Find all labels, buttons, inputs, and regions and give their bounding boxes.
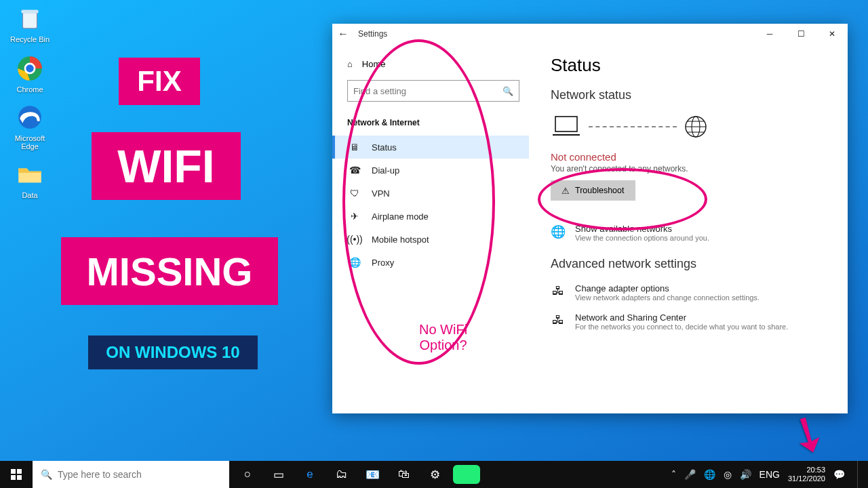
edge-icon xyxy=(16,103,44,131)
subheading-advanced: Advanced network settings xyxy=(551,257,829,271)
promo-fix: FIX xyxy=(119,58,200,105)
settings-window: ← Settings ─ ☐ ✕ ⌂ Home 🔍 Network & Inte… xyxy=(332,24,848,413)
desktop-icon-label: Recycle Bin xyxy=(5,35,54,43)
sidebar-item-status[interactable]: 🖥 Status xyxy=(332,136,529,159)
search-setting-input[interactable] xyxy=(353,86,502,96)
desktop-icon-label: Chrome xyxy=(5,85,54,94)
close-button[interactable]: ✕ xyxy=(816,24,848,44)
not-connected-text: Not connected xyxy=(551,151,829,163)
tray-location-icon[interactable]: ◎ xyxy=(724,469,732,480)
titlebar[interactable]: ← Settings ─ ☐ ✕ xyxy=(332,24,848,44)
show-networks-title: Show available networks xyxy=(575,224,709,234)
svg-rect-1 xyxy=(21,9,38,13)
sharing-center[interactable]: 🖧 Network and Sharing Center For the net… xyxy=(551,312,829,331)
svg-point-4 xyxy=(26,64,34,73)
sharing-desc: For the networks you connect to, decide … xyxy=(575,323,788,331)
tray-language[interactable]: ENG xyxy=(760,469,780,480)
tray-network-icon[interactable]: 🌐 xyxy=(704,469,715,480)
maximize-button[interactable]: ☐ xyxy=(785,24,816,44)
settings-main: Status Network status Not connected You … xyxy=(529,44,848,413)
chrome-icon xyxy=(16,54,44,83)
taskbar: 🔍 ○ ▭ e 🗂 📧 🛍 ⚙ ˄ 🎤 🌐 ◎ 🔊 ENG 20:53 31/1… xyxy=(0,461,868,488)
network-diagram xyxy=(551,115,829,139)
hotspot-icon: ((•)) xyxy=(349,234,361,245)
desktop-icon-recycle-bin[interactable]: Recycle Bin xyxy=(5,4,54,43)
desktop-icon-label: Data xyxy=(5,191,54,199)
taskbar-app-mail[interactable]: 📧 xyxy=(357,461,388,488)
tray-volume-icon[interactable]: 🔊 xyxy=(740,469,751,480)
globe-icon: 🌐 xyxy=(349,257,361,268)
svg-rect-6 xyxy=(555,117,577,131)
sidebar-item-hotspot[interactable]: ((•)) Mobile hotspot xyxy=(347,228,529,251)
adapter-options[interactable]: 🖧 Change adapter options View network ad… xyxy=(551,283,829,302)
dialup-icon: ☎ xyxy=(349,165,361,176)
sidebar-item-label: VPN xyxy=(372,188,390,199)
cortana-button[interactable]: ○ xyxy=(232,461,263,488)
vpn-icon: 🛡 xyxy=(349,188,361,199)
tray-notifications-icon[interactable]: 💬 xyxy=(833,469,845,480)
search-icon: 🔍 xyxy=(502,86,513,96)
tray-time: 20:53 xyxy=(788,466,825,474)
sidebar-item-vpn[interactable]: 🛡 VPN xyxy=(347,182,529,205)
show-networks[interactable]: 🌐 Show available networks View the conne… xyxy=(551,224,829,242)
svg-rect-0 xyxy=(23,13,37,28)
search-setting[interactable]: 🔍 xyxy=(347,80,519,102)
globe-icon xyxy=(684,115,708,139)
show-desktop-button[interactable] xyxy=(857,461,861,488)
taskview-button[interactable]: ▭ xyxy=(263,461,294,488)
sidebar-section-title: Network & Internet xyxy=(347,118,529,127)
tray-date: 31/12/2020 xyxy=(788,474,825,483)
page-title: Status xyxy=(551,55,829,76)
adapter-desc: View network adapters and change connect… xyxy=(575,293,760,302)
tray-clock[interactable]: 20:53 31/12/2020 xyxy=(788,466,825,483)
windows-icon xyxy=(11,469,22,480)
sidebar-item-label: Dial-up xyxy=(372,165,399,176)
sidebar-item-label: Airplane mode xyxy=(372,211,429,222)
home-icon: ⌂ xyxy=(347,59,353,69)
taskbar-app-store[interactable]: 🛍 xyxy=(388,461,419,488)
adapter-icon: 🖧 xyxy=(551,284,566,302)
minimize-button[interactable]: ─ xyxy=(754,24,785,44)
desktop-icon-edge[interactable]: Microsoft Edge xyxy=(5,103,54,150)
desktop-icon-data[interactable]: Data xyxy=(5,160,54,199)
desktop-icon-chrome[interactable]: Chrome xyxy=(5,54,54,94)
laptop-icon xyxy=(551,115,582,139)
sidebar-item-proxy[interactable]: 🌐 Proxy xyxy=(347,251,529,274)
taskbar-app-camtasia[interactable] xyxy=(453,465,480,484)
sharing-icon: 🖧 xyxy=(551,313,566,331)
back-button[interactable]: ← xyxy=(338,28,349,40)
promo-missing: MISSING xyxy=(61,237,278,305)
sidebar-item-dialup[interactable]: ☎ Dial-up xyxy=(347,159,529,182)
taskbar-app-explorer[interactable]: 🗂 xyxy=(326,461,357,488)
sharing-title: Network and Sharing Center xyxy=(575,312,788,323)
sidebar-item-label: Mobile hotspot xyxy=(372,235,429,245)
desktop-icon-label: Microsoft Edge xyxy=(5,134,54,150)
tray-chevron-up-icon[interactable]: ˄ xyxy=(671,469,676,480)
sidebar: ⌂ Home 🔍 Network & Internet 🖥 Status ☎ D… xyxy=(332,44,529,413)
tray-mic-icon[interactable]: 🎤 xyxy=(684,469,696,480)
not-connected-desc: You aren't connected to any networks. xyxy=(551,164,829,174)
taskbar-app-edge[interactable]: e xyxy=(294,461,326,488)
promo-wifi: WIFI xyxy=(92,132,241,200)
taskbar-search-input[interactable] xyxy=(58,469,221,480)
taskbar-app-settings[interactable]: ⚙ xyxy=(419,461,450,488)
recycle-bin-icon xyxy=(16,4,44,33)
adapter-title: Change adapter options xyxy=(575,283,760,293)
troubleshoot-button[interactable]: ⚠ Troubleshoot xyxy=(551,180,635,201)
taskbar-search[interactable]: 🔍 xyxy=(33,461,229,488)
globe-icon: 🌐 xyxy=(551,224,566,242)
status-icon: 🖥 xyxy=(349,142,361,152)
start-button[interactable] xyxy=(0,461,33,488)
search-icon: 🔍 xyxy=(41,469,52,480)
airplane-icon: ✈ xyxy=(349,211,361,222)
folder-icon xyxy=(16,160,44,188)
sidebar-home[interactable]: ⌂ Home xyxy=(347,55,529,73)
sidebar-item-airplane[interactable]: ✈ Airplane mode xyxy=(347,205,529,228)
promo-windows10: ON WINDOWS 10 xyxy=(88,336,258,369)
sidebar-item-label: Proxy xyxy=(372,258,394,268)
subheading-network-status: Network status xyxy=(551,88,829,102)
show-networks-desc: View the connection options around you. xyxy=(575,234,709,242)
troubleshoot-label: Troubleshoot xyxy=(575,186,625,195)
warning-icon: ⚠ xyxy=(561,186,570,196)
connection-line xyxy=(589,126,677,127)
